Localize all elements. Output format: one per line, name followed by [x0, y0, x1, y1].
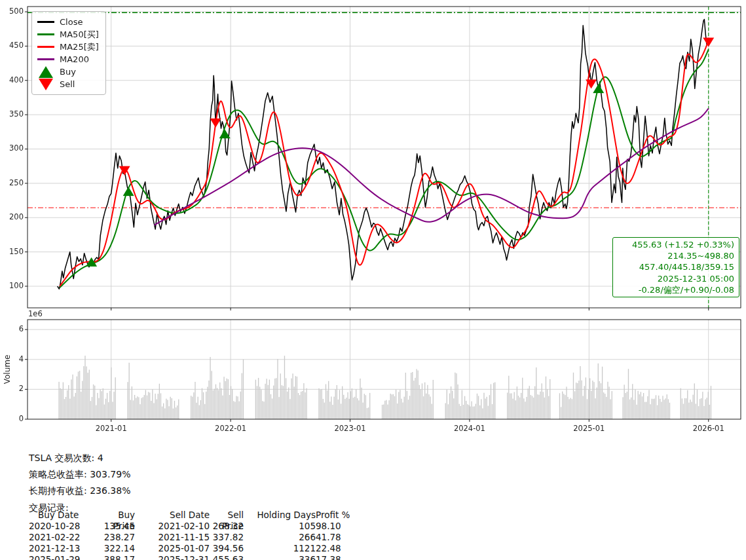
- legend-line-swatch: [37, 46, 54, 47]
- legend-marker-swatch-wrap: [37, 79, 54, 90]
- strategy-return-line: 策略总收益率: 303.79%: [29, 466, 130, 483]
- legend-label: Close: [60, 17, 83, 27]
- legend-label: Buy: [60, 67, 76, 77]
- strategy-stats: TSLA 交易次数: 4 策略总收益率: 303.79% 长期持有收益: 236…: [29, 450, 130, 516]
- cell: 455.63: [210, 554, 244, 560]
- trade-row: 2021-12-13322.142025-01-07394.56112122.4…: [29, 543, 364, 554]
- spacer: [135, 532, 141, 543]
- price-volume-chart-canvas: [0, 0, 746, 438]
- legend-label: MA50[买]: [60, 29, 99, 41]
- legend-label: Sell: [60, 79, 75, 89]
- price-tick-label: 450: [0, 41, 24, 50]
- date-tick-label: 2024-01: [454, 424, 485, 433]
- legend-item-ma200: MA200: [37, 53, 99, 65]
- legend-line-swatch-wrap: [37, 33, 54, 35]
- cell: 2021-02-22: [29, 532, 97, 543]
- cell: 2025-01-07: [141, 543, 210, 554]
- price-tick-label: 250: [0, 178, 24, 187]
- legend-item-ma25-: MA25[卖]: [37, 41, 99, 53]
- legend-item-ma50-: MA50[买]: [37, 28, 99, 41]
- hold-return-line: 长期持有收益: 236.38%: [29, 483, 130, 499]
- date-tick-label: 2026-01: [693, 424, 724, 433]
- price-tick-label: 400: [0, 75, 24, 84]
- sell-triangle-icon: [39, 79, 53, 90]
- cell: 105: [244, 521, 316, 532]
- trade-count-line: TSLA 交易次数: 4: [29, 450, 130, 466]
- cell: 337.82: [210, 532, 244, 543]
- cell: 41.78: [316, 532, 364, 543]
- cell: 238.27: [97, 532, 135, 543]
- legend-line-swatch-wrap: [37, 21, 54, 22]
- cell: 135.45: [97, 521, 135, 532]
- legend-line-swatch: [37, 58, 54, 60]
- cell: 322.14: [97, 543, 135, 554]
- legend-line-swatch-wrap: [37, 46, 54, 47]
- trade-table: Buy DateBuy PriceSell DateSell PriceHold…: [29, 510, 364, 560]
- spacer: [135, 543, 141, 554]
- cell: 2025-12-31: [141, 554, 210, 560]
- volume-tick-label: 2: [0, 384, 24, 393]
- trade-row: 2025-01-29388.172025-12-31455.6333617.38: [29, 554, 364, 560]
- annotation-signal-line: -0.28/偏空/+0.90/-0.08: [618, 284, 734, 295]
- cell: 2025-01-29: [29, 554, 97, 560]
- cell: 2020-10-28: [29, 521, 97, 532]
- legend-marker-swatch-wrap: [37, 66, 54, 78]
- price-tick-label: 150: [0, 247, 24, 256]
- trade-table-header: Buy DateBuy PriceSell DateSell PriceHold…: [29, 510, 364, 521]
- volume-offset-label: 1e6: [28, 309, 43, 318]
- price-tick-label: 500: [0, 7, 24, 16]
- buy-triangle-icon: [39, 66, 53, 78]
- cell: 268.32: [210, 521, 244, 532]
- price-tick-label: 100: [0, 281, 24, 290]
- legend-line-swatch: [37, 33, 54, 35]
- cell: 17.38: [316, 554, 364, 560]
- date-tick-label: 2021-01: [96, 424, 127, 433]
- legend-line-swatch-wrap: [37, 58, 54, 60]
- legend-item-sell: Sell: [37, 78, 99, 90]
- cell: 388.17: [97, 554, 135, 560]
- cell: 22.48: [316, 543, 364, 554]
- date-tick-label: 2025-01: [573, 424, 605, 433]
- cell: 336: [244, 554, 316, 560]
- legend-item-buy: Buy: [37, 65, 99, 78]
- annotation-date-line: 2025-12-31 05:00: [618, 273, 734, 284]
- legend: CloseMA50[买]MA25[卖]MA200BuySell: [31, 11, 106, 95]
- legend-label: MA25[卖]: [60, 41, 99, 53]
- cell: 2021-02-10: [141, 521, 210, 532]
- legend-line-swatch: [37, 21, 54, 22]
- annotation-price-line: 455.63 (+1.52 +0.33%): [618, 239, 734, 250]
- annotation-range-line: 214.35~498.80: [618, 250, 734, 261]
- cell: 2021-11-15: [141, 532, 210, 543]
- date-tick-label: 2022-01: [215, 424, 246, 433]
- volume-tick-label: 6: [0, 324, 24, 333]
- price-tick-label: 350: [0, 109, 24, 119]
- legend-label: MA200: [60, 54, 89, 64]
- legend-item-close: Close: [37, 16, 99, 28]
- stock-backtest-figure: 10015020025030035040045050002462021-0120…: [0, 0, 746, 560]
- spacer: [135, 554, 141, 560]
- quote-annotation-box: 455.63 (+1.52 +0.33%) 214.35~498.80 457.…: [612, 237, 739, 297]
- cell: 394.56: [210, 543, 244, 554]
- annotation-ma-line: 457.40/445.18/359.15: [618, 261, 734, 272]
- cell: 98.10: [316, 521, 364, 532]
- cell: 266: [244, 532, 316, 543]
- volume-axis-label: Volume: [3, 355, 12, 384]
- price-tick-label: 300: [0, 143, 24, 153]
- trade-row: 2020-10-28135.452021-02-10268.3210598.10: [29, 521, 364, 532]
- volume-tick-label: 0: [0, 414, 24, 423]
- spacer: [135, 521, 141, 532]
- date-tick-label: 2023-01: [334, 424, 365, 433]
- cell: 2021-12-13: [29, 543, 97, 554]
- price-tick-label: 200: [0, 212, 24, 221]
- cell: 1121: [244, 543, 316, 554]
- trade-row: 2021-02-22238.272021-11-15337.8226641.78: [29, 532, 364, 543]
